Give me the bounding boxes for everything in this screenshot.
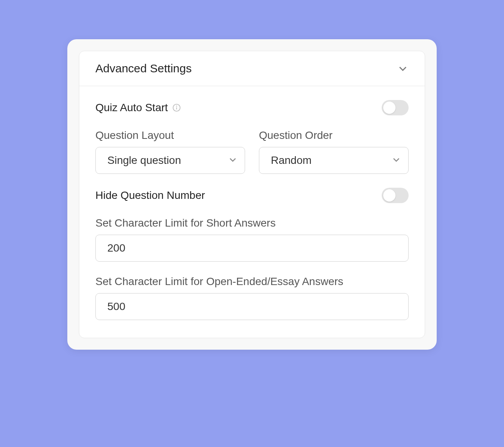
advanced-settings-header[interactable]: Advanced Settings [79, 51, 425, 86]
short-answer-limit-field: Set Character Limit for Short Answers [95, 217, 409, 262]
quiz-auto-start-label: Quiz Auto Start [95, 102, 168, 114]
hide-question-number-toggle[interactable] [382, 188, 409, 203]
layout-order-row: Question Layout Single question Question… [95, 129, 409, 174]
quiz-auto-start-label-wrap: Quiz Auto Start [95, 102, 181, 114]
advanced-settings-body: Quiz Auto Start Question Layout [79, 86, 425, 338]
quiz-auto-start-row: Quiz Auto Start [95, 100, 409, 115]
toggle-knob [383, 189, 396, 202]
settings-card: Advanced Settings Quiz Auto Start [67, 39, 437, 350]
question-order-select-wrap: Random [259, 147, 409, 174]
advanced-settings-panel: Advanced Settings Quiz Auto Start [79, 51, 425, 338]
question-layout-label: Question Layout [95, 129, 245, 142]
essay-answer-limit-field: Set Character Limit for Open-Ended/Essay… [95, 275, 409, 320]
short-answer-limit-label: Set Character Limit for Short Answers [95, 217, 409, 229]
quiz-auto-start-toggle[interactable] [382, 100, 409, 115]
question-order-select[interactable]: Random [259, 147, 409, 174]
question-layout-select[interactable]: Single question [95, 147, 245, 174]
panel-title: Advanced Settings [95, 62, 192, 75]
toggle-knob [383, 102, 396, 114]
hide-question-number-label: Hide Question Number [95, 189, 205, 202]
question-order-label: Question Order [259, 129, 409, 142]
question-order-field: Question Order Random [259, 129, 409, 174]
essay-answer-limit-input[interactable] [95, 293, 409, 320]
question-layout-select-wrap: Single question [95, 147, 245, 174]
short-answer-limit-input[interactable] [95, 235, 409, 262]
svg-point-2 [177, 106, 177, 106]
question-layout-field: Question Layout Single question [95, 129, 245, 174]
essay-answer-limit-label: Set Character Limit for Open-Ended/Essay… [95, 275, 409, 288]
hide-question-number-row: Hide Question Number [95, 188, 409, 203]
chevron-down-icon [397, 63, 409, 74]
info-icon[interactable] [172, 103, 181, 112]
